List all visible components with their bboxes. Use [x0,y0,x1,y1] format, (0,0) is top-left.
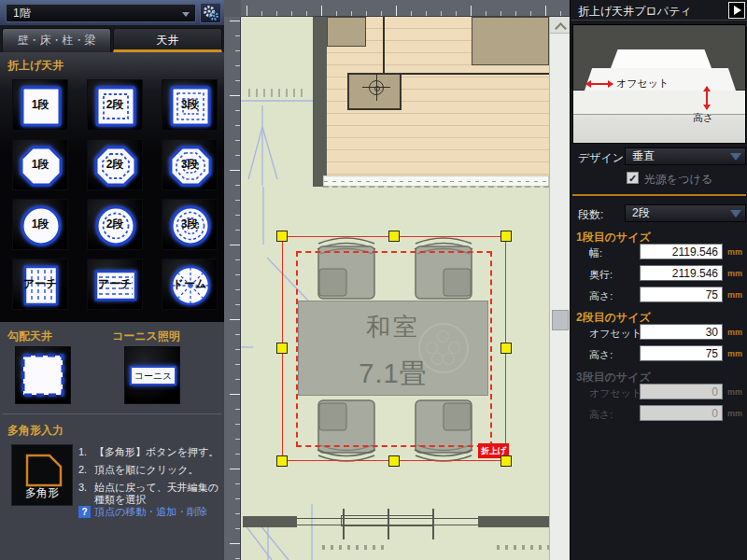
steps-count-label: 段数: [578,207,603,223]
chevron-down-icon [730,210,741,217]
selection-handle-w[interactable] [276,343,288,354]
properties-title: 折上げ天井プロパティ [578,4,692,20]
tile-cornice-lighting[interactable]: コーニス [124,346,180,404]
chevron-down-icon [730,153,741,161]
tile-square-3step[interactable]: 3段 [162,79,218,131]
tile-octagon-1step[interactable]: 1段 [12,139,68,190]
selection-handle-sw[interactable] [276,455,288,467]
left-sidebar: 1階 壁・床・柱・梁 天井 折上げ天井 1段 [0,0,224,560]
wall-segment-left [243,516,297,527]
tile-circle-2step[interactable]: 2段 [87,199,143,250]
application-window: 1階 壁・床・柱・梁 天井 折上げ天井 1段 [0,0,747,560]
tile-octagon-2step[interactable]: 2段 [87,139,143,190]
tile-arch-horizontal[interactable]: アーチ [87,259,143,310]
sidebar-lower-sections: 勾配天井 コーニス照明 コーニス 多角形入力 多角形 1.【多角形】ボタンを押す… [0,322,224,560]
collapse-panel-button[interactable] [728,2,745,19]
slope-ceiling-icon [16,347,70,403]
lower-boundary-dashes [497,545,549,550]
tile-circle-3step[interactable]: 3段 [162,199,218,250]
selection-handle-se[interactable] [500,455,512,467]
settings-button[interactable] [200,3,221,23]
depth-label: 奥行: [589,268,613,282]
height2-label: 高さ: [589,348,613,362]
steps-count-dropdown[interactable]: 2段 [625,204,746,222]
offset-label: オフセット [616,77,669,91]
scroll-up-arrow[interactable] [550,17,570,34]
height3-label: 高さ: [589,408,613,422]
table-with-ceiling-light[interactable] [347,73,402,110]
design-dropdown[interactable]: 垂直 [625,147,746,165]
tile-arch-vertical[interactable]: アーチ [12,259,68,310]
vertical-scrollbar[interactable] [549,17,570,560]
height2-unit: mm [727,349,742,358]
cornice-button-label: コーニス [130,366,176,385]
height1-label: 高さ: [589,289,613,303]
properties-header: 折上げ天井プロパティ [571,0,747,21]
design-value: 垂直 [632,149,655,162]
light-source-checkbox[interactable]: ✓ [627,172,639,184]
height3-unit: mm [727,409,742,418]
floor-selector-dropdown[interactable]: 1階 [6,4,196,22]
polygon-button-label: 多角形 [12,485,72,501]
slope-ceiling-title: 勾配天井 [7,329,52,344]
ceiling-selection-rect[interactable] [282,236,506,461]
offset3-unit: mm [727,387,742,397]
sidebar-tabbar: 壁・床・柱・梁 天井 [0,26,224,52]
depth-unit: mm [727,269,742,278]
design-label: デザイン: [578,150,627,166]
light-source-label: 光源をつける [644,172,712,188]
width-label: 幅: [589,246,602,260]
polygon-icon [12,447,72,490]
section-rule [572,194,746,196]
stair-treads [248,89,308,97]
tile-dome[interactable]: ドーム [162,259,218,310]
tab-ceiling[interactable]: 天井 [113,28,222,52]
tile-slope-ceiling[interactable] [15,346,71,404]
floorplan-canvas[interactable]: 和室 7.1畳 折上げ [224,0,570,560]
selection-handle-ne[interactable] [500,231,512,242]
steps-count-value: 2段 [632,206,650,219]
height3-input [640,405,723,421]
ceiling-light-icon [369,80,384,95]
tile-square-2step[interactable]: 2段 [87,79,143,131]
floor-toolbar: 1階 [0,0,224,26]
width-input[interactable] [640,244,723,259]
height2-input[interactable] [640,345,723,361]
room-boundary-dashed [323,186,549,188]
ceiling-section-preview: オフセット 高さ [572,24,746,144]
selection-handle-s[interactable] [388,455,400,467]
selection-handle-n[interactable] [388,231,400,242]
ruler-corner [224,0,241,17]
offset3-label: オフセット: [589,386,644,400]
tile-circle-1step[interactable]: 1段 [12,199,68,250]
cornice-lighting-title: コーニス照明 [112,329,180,344]
tab-walls-floors-columns-beams[interactable]: 壁・床・柱・梁 [2,28,111,52]
selection-handle-nw[interactable] [276,231,288,242]
wall-line-vertical [383,17,385,75]
help-icon: ? [78,506,91,518]
selection-handle-e[interactable] [500,343,512,354]
properties-panel: 折上げ天井プロパティ オフセット 高さ デザイン: 垂直 ✓ 光源をつける 段数… [570,0,747,560]
polygon-input-title: 多角形入力 [7,423,63,439]
instruction-step-2: 2.頂点を順にクリック。 [78,464,222,476]
tile-square-1step[interactable]: 1段 [12,79,68,131]
interior-wall [313,17,327,187]
wall-line-horizontal [383,73,549,75]
height1-unit: mm [727,290,742,300]
polygon-button[interactable]: 多角形 [11,444,73,506]
offset2-label: オフセット: [589,327,644,341]
height1-input[interactable] [640,287,723,302]
instruction-step-1: 1.【多角形】ボタンを押す。 [78,446,222,458]
offset2-unit: mm [727,328,742,337]
furniture-cabinet-right[interactable] [472,17,549,65]
ruler-horizontal [241,0,570,17]
tile-octagon-3step[interactable]: 3段 [162,139,218,190]
furniture-cabinet-left[interactable] [327,17,366,47]
depth-input[interactable] [640,265,723,281]
offset2-input[interactable] [640,324,723,340]
vertex-help-link[interactable]: ? 頂点の移動・追加・削除 [78,505,207,519]
offset-arrow-icon [586,83,613,85]
height-label: 高さ [693,111,713,125]
scrollbar-thumb[interactable] [552,310,569,330]
width-unit: mm [727,247,742,257]
